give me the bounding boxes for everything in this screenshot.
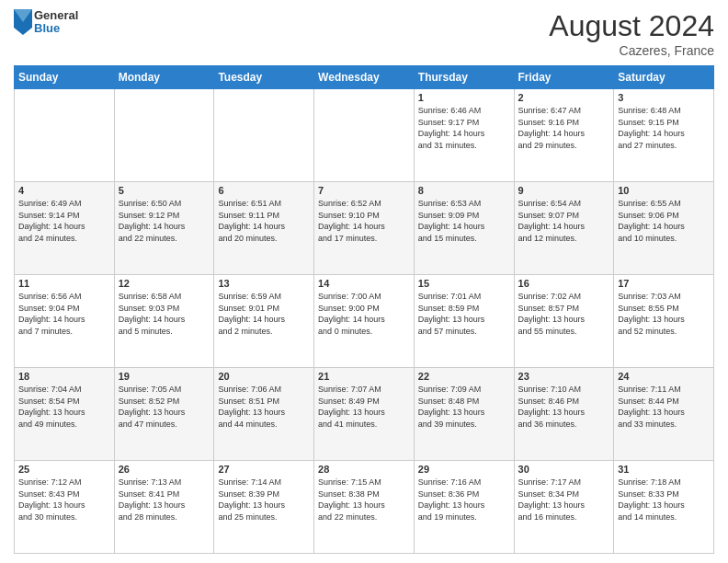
calendar-cell: 24Sunrise: 7:11 AM Sunset: 8:44 PM Dayli…: [614, 368, 714, 461]
calendar-week-4: 25Sunrise: 7:12 AM Sunset: 8:43 PM Dayli…: [15, 461, 714, 554]
day-info: Sunrise: 7:02 AM Sunset: 8:57 PM Dayligh…: [518, 291, 610, 337]
day-number: 27: [218, 464, 310, 475]
day-info: Sunrise: 6:49 AM Sunset: 9:14 PM Dayligh…: [18, 198, 110, 244]
day-info: Sunrise: 6:56 AM Sunset: 9:04 PM Dayligh…: [18, 291, 110, 337]
calendar-cell: 23Sunrise: 7:10 AM Sunset: 8:46 PM Dayli…: [514, 368, 614, 461]
day-info: Sunrise: 6:52 AM Sunset: 9:10 PM Dayligh…: [318, 198, 410, 244]
day-number: 16: [518, 278, 610, 289]
day-number: 12: [119, 278, 210, 289]
day-info: Sunrise: 7:01 AM Sunset: 8:59 PM Dayligh…: [418, 291, 510, 337]
calendar-cell: 17Sunrise: 7:03 AM Sunset: 8:55 PM Dayli…: [614, 275, 714, 368]
calendar-cell: 9Sunrise: 6:54 AM Sunset: 9:07 PM Daylig…: [514, 182, 614, 275]
calendar-cell: 22Sunrise: 7:09 AM Sunset: 8:48 PM Dayli…: [414, 368, 514, 461]
day-number: 5: [119, 185, 210, 196]
day-number: 22: [418, 371, 510, 382]
col-saturday: Saturday: [614, 66, 714, 89]
day-number: 1: [418, 92, 510, 103]
day-number: 3: [618, 92, 710, 103]
calendar-cell: 31Sunrise: 7:18 AM Sunset: 8:33 PM Dayli…: [614, 461, 714, 554]
day-info: Sunrise: 6:47 AM Sunset: 9:16 PM Dayligh…: [518, 105, 610, 151]
day-number: 10: [618, 185, 710, 196]
calendar-body: 1Sunrise: 6:46 AM Sunset: 9:17 PM Daylig…: [15, 89, 714, 554]
calendar: Sunday Monday Tuesday Wednesday Thursday…: [14, 65, 714, 554]
day-number: 8: [418, 185, 510, 196]
day-number: 4: [18, 185, 110, 196]
calendar-cell: 4Sunrise: 6:49 AM Sunset: 9:14 PM Daylig…: [15, 182, 115, 275]
calendar-cell: 11Sunrise: 6:56 AM Sunset: 9:04 PM Dayli…: [15, 275, 115, 368]
day-number: 20: [218, 371, 310, 382]
day-info: Sunrise: 7:00 AM Sunset: 9:00 PM Dayligh…: [318, 291, 410, 337]
calendar-cell: 27Sunrise: 7:14 AM Sunset: 8:39 PM Dayli…: [214, 461, 314, 554]
calendar-cell: 18Sunrise: 7:04 AM Sunset: 8:54 PM Dayli…: [15, 368, 115, 461]
title-area: August 2024 Cazeres, France: [549, 9, 714, 58]
day-number: 31: [618, 464, 710, 475]
day-number: 11: [18, 278, 110, 289]
logo-general: General: [34, 9, 78, 22]
calendar-cell: 6Sunrise: 6:51 AM Sunset: 9:11 PM Daylig…: [214, 182, 314, 275]
day-number: 26: [119, 464, 210, 475]
calendar-cell: 7Sunrise: 6:52 AM Sunset: 9:10 PM Daylig…: [314, 182, 415, 275]
day-info: Sunrise: 7:11 AM Sunset: 8:44 PM Dayligh…: [618, 384, 710, 430]
calendar-cell: 15Sunrise: 7:01 AM Sunset: 8:59 PM Dayli…: [414, 275, 514, 368]
calendar-cell: 25Sunrise: 7:12 AM Sunset: 8:43 PM Dayli…: [15, 461, 115, 554]
calendar-cell: 29Sunrise: 7:16 AM Sunset: 8:36 PM Dayli…: [414, 461, 514, 554]
page: General Blue August 2024 Cazeres, France…: [0, 0, 728, 563]
calendar-cell: 28Sunrise: 7:15 AM Sunset: 8:38 PM Dayli…: [314, 461, 415, 554]
calendar-week-3: 18Sunrise: 7:04 AM Sunset: 8:54 PM Dayli…: [15, 368, 714, 461]
logo-text: General Blue: [34, 9, 78, 36]
calendar-cell: 2Sunrise: 6:47 AM Sunset: 9:16 PM Daylig…: [514, 89, 614, 182]
location: Cazeres, France: [549, 43, 714, 58]
day-info: Sunrise: 7:07 AM Sunset: 8:49 PM Dayligh…: [318, 384, 410, 430]
day-info: Sunrise: 6:54 AM Sunset: 9:07 PM Dayligh…: [518, 198, 610, 244]
day-info: Sunrise: 7:12 AM Sunset: 8:43 PM Dayligh…: [18, 477, 110, 523]
calendar-cell: 13Sunrise: 6:59 AM Sunset: 9:01 PM Dayli…: [214, 275, 314, 368]
day-info: Sunrise: 6:59 AM Sunset: 9:01 PM Dayligh…: [218, 291, 310, 337]
calendar-cell: 5Sunrise: 6:50 AM Sunset: 9:12 PM Daylig…: [114, 182, 214, 275]
logo-icon: [14, 9, 32, 35]
day-number: 15: [418, 278, 510, 289]
day-info: Sunrise: 7:18 AM Sunset: 8:33 PM Dayligh…: [618, 477, 710, 523]
calendar-cell: 21Sunrise: 7:07 AM Sunset: 8:49 PM Dayli…: [314, 368, 415, 461]
day-number: 28: [318, 464, 410, 475]
calendar-cell: 3Sunrise: 6:48 AM Sunset: 9:15 PM Daylig…: [614, 89, 714, 182]
col-monday: Monday: [114, 66, 214, 89]
col-friday: Friday: [514, 66, 614, 89]
calendar-cell: 30Sunrise: 7:17 AM Sunset: 8:34 PM Dayli…: [514, 461, 614, 554]
day-info: Sunrise: 7:05 AM Sunset: 8:52 PM Dayligh…: [119, 384, 210, 430]
day-info: Sunrise: 6:46 AM Sunset: 9:17 PM Dayligh…: [418, 105, 510, 151]
day-number: 9: [518, 185, 610, 196]
calendar-week-0: 1Sunrise: 6:46 AM Sunset: 9:17 PM Daylig…: [15, 89, 714, 182]
day-info: Sunrise: 7:15 AM Sunset: 8:38 PM Dayligh…: [318, 477, 410, 523]
day-info: Sunrise: 6:51 AM Sunset: 9:11 PM Dayligh…: [218, 198, 310, 244]
header: General Blue August 2024 Cazeres, France: [14, 9, 714, 58]
calendar-cell: [314, 89, 415, 182]
calendar-cell: 14Sunrise: 7:00 AM Sunset: 9:00 PM Dayli…: [314, 275, 415, 368]
col-wednesday: Wednesday: [314, 66, 415, 89]
day-number: 6: [218, 185, 310, 196]
day-info: Sunrise: 7:09 AM Sunset: 8:48 PM Dayligh…: [418, 384, 510, 430]
day-info: Sunrise: 7:16 AM Sunset: 8:36 PM Dayligh…: [418, 477, 510, 523]
calendar-cell: 1Sunrise: 6:46 AM Sunset: 9:17 PM Daylig…: [414, 89, 514, 182]
day-info: Sunrise: 7:10 AM Sunset: 8:46 PM Dayligh…: [518, 384, 610, 430]
calendar-cell: 8Sunrise: 6:53 AM Sunset: 9:09 PM Daylig…: [414, 182, 514, 275]
day-number: 17: [618, 278, 710, 289]
calendar-cell: 10Sunrise: 6:55 AM Sunset: 9:06 PM Dayli…: [614, 182, 714, 275]
day-info: Sunrise: 7:06 AM Sunset: 8:51 PM Dayligh…: [218, 384, 310, 430]
day-info: Sunrise: 7:03 AM Sunset: 8:55 PM Dayligh…: [618, 291, 710, 337]
day-number: 30: [518, 464, 610, 475]
day-number: 13: [218, 278, 310, 289]
day-number: 25: [18, 464, 110, 475]
day-number: 21: [318, 371, 410, 382]
day-number: 2: [518, 92, 610, 103]
calendar-cell: 19Sunrise: 7:05 AM Sunset: 8:52 PM Dayli…: [114, 368, 214, 461]
calendar-cell: [15, 89, 115, 182]
calendar-cell: 26Sunrise: 7:13 AM Sunset: 8:41 PM Dayli…: [114, 461, 214, 554]
calendar-cell: 12Sunrise: 6:58 AM Sunset: 9:03 PM Dayli…: [114, 275, 214, 368]
col-tuesday: Tuesday: [214, 66, 314, 89]
day-number: 19: [119, 371, 210, 382]
day-number: 24: [618, 371, 710, 382]
day-info: Sunrise: 6:50 AM Sunset: 9:12 PM Dayligh…: [119, 198, 210, 244]
day-info: Sunrise: 7:13 AM Sunset: 8:41 PM Dayligh…: [119, 477, 210, 523]
month-title: August 2024: [549, 9, 714, 43]
calendar-week-1: 4Sunrise: 6:49 AM Sunset: 9:14 PM Daylig…: [15, 182, 714, 275]
